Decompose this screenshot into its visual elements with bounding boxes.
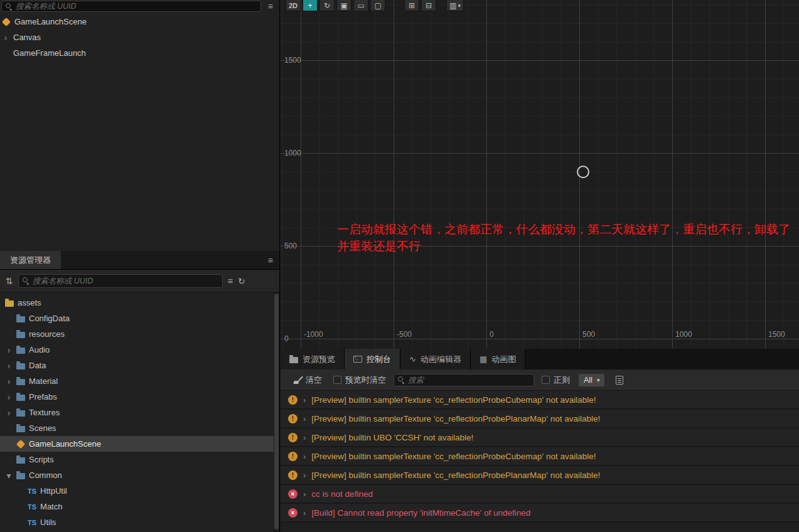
log-entry[interactable]: !›[Preview] builtin samplerTexture 'cc_r… <box>281 447 799 466</box>
chevron-right-icon[interactable]: › <box>303 489 306 499</box>
move-tool-button[interactable]: + <box>303 0 318 11</box>
clear-on-preview-label: 预览时清空 <box>345 375 386 386</box>
hierarchy-search[interactable] <box>1 1 261 12</box>
log-message: [Preview] builtin samplerTexture 'cc_ref… <box>311 471 600 480</box>
left-panel-column: ≡ GameLaunchScene›CanvasGameFrameLaunch … <box>0 0 280 532</box>
asset-item[interactable]: ▾Common <box>0 467 279 483</box>
asset-item[interactable]: ConfigData <box>0 311 279 326</box>
chevron-right-icon[interactable]: › <box>303 414 306 423</box>
chevron-right-icon[interactable]: › <box>303 433 306 442</box>
asset-item[interactable]: Scenes <box>0 420 279 436</box>
hierarchy-item-label: GameLaunchScene <box>14 17 87 26</box>
console-tab-1[interactable]: 资源预览 <box>281 349 345 370</box>
asset-item[interactable]: Scripts <box>0 452 279 467</box>
collapse-tree-icon[interactable]: ⇅ <box>6 276 13 286</box>
rect-tool-button[interactable]: ▭ <box>353 0 368 11</box>
x-axis-tick: 1500 <box>768 330 785 339</box>
2d-mode-button[interactable]: 2D <box>286 0 301 11</box>
list-view-icon[interactable]: ≡ <box>228 276 233 286</box>
folder-icon <box>16 410 25 417</box>
log-message: [Preview] builtin samplerTexture 'cc_ref… <box>311 414 600 423</box>
regex-label: 正则 <box>554 375 570 386</box>
asset-item[interactable]: ›Material <box>0 373 279 389</box>
log-filter-value: All <box>584 376 593 385</box>
asset-item-label: HttpUtil <box>40 486 67 496</box>
chevron-right-icon: › <box>5 346 13 354</box>
assets-scrollbar[interactable] <box>274 292 279 532</box>
console-tab-2[interactable]: 控制台 <box>345 349 400 370</box>
assets-search[interactable] <box>18 274 223 288</box>
console-search-input[interactable] <box>408 376 530 385</box>
log-message: [Preview] builtin samplerTexture 'cc_ref… <box>311 452 596 461</box>
clear-button[interactable]: 清空 <box>293 375 322 386</box>
chevron-right-icon[interactable]: › <box>303 508 306 518</box>
asset-item[interactable]: TSHttpUtil <box>0 483 279 499</box>
asset-item[interactable]: ›Textures <box>0 405 279 420</box>
asset-item-label: Textures <box>29 408 60 417</box>
folder-icon <box>16 348 25 354</box>
asset-item[interactable]: ›Data <box>0 358 279 373</box>
assets-menu-icon[interactable]: ≡ <box>262 251 279 269</box>
stats-button[interactable]: ▥▾ <box>446 0 464 11</box>
terminal-icon <box>353 356 362 363</box>
log-file-icon[interactable] <box>616 376 623 385</box>
typescript-icon: TS <box>28 519 36 526</box>
log-message: [Preview] builtin UBO 'CCSH' not availab… <box>311 433 473 442</box>
refresh-icon[interactable]: ↻ <box>238 276 245 286</box>
assets-panel-tab[interactable]: 资源管理器 <box>0 251 61 269</box>
folder-icon <box>16 363 25 370</box>
regex-checkbox[interactable] <box>542 376 550 384</box>
clear-on-preview-checkbox[interactable] <box>333 376 341 384</box>
chevron-right-icon[interactable]: › <box>303 452 306 461</box>
scale-tool-button[interactable]: ▣ <box>336 0 351 11</box>
hierarchy-item[interactable]: GameFrameLaunch <box>0 45 279 61</box>
search-icon <box>398 376 405 383</box>
gizmo-tool-button[interactable]: ▢ <box>370 0 385 11</box>
rotate-tool-button[interactable]: ↻ <box>319 0 335 11</box>
asset-item[interactable]: assets <box>0 295 279 311</box>
log-filter-select[interactable]: All ▾ <box>579 374 604 386</box>
hierarchy-search-input[interactable] <box>16 2 257 11</box>
assets-toolbar: ⇅ ≡ ↻ <box>0 270 279 292</box>
log-entry[interactable]: !›[Preview] builtin samplerTexture 'cc_r… <box>281 466 799 485</box>
node-gizmo[interactable] <box>577 166 589 178</box>
assets-search-input[interactable] <box>33 277 218 285</box>
log-entry[interactable]: ×›cc is not defined <box>281 485 799 504</box>
log-entry[interactable]: !›[Preview] builtin samplerTexture 'cc_r… <box>281 410 799 428</box>
asset-item-label: resources <box>29 329 65 339</box>
chevron-right-icon[interactable]: › <box>303 395 306 405</box>
asset-item-label: ConfigData <box>29 314 70 323</box>
animation-icon: ∿ <box>409 354 416 364</box>
console-tab-4[interactable]: ▦动画图 <box>471 349 525 370</box>
asset-item[interactable]: TSUtils <box>0 514 279 530</box>
frame-snap-icon[interactable]: ⊟ <box>421 0 436 11</box>
hierarchy-item[interactable]: ›Canvas <box>0 29 279 45</box>
y-axis-tick: 1500 <box>284 56 301 65</box>
log-entry[interactable]: !›[Preview] builtin UBO 'CCSH' not avail… <box>281 428 799 447</box>
asset-item[interactable]: resources <box>0 326 279 342</box>
console-search[interactable] <box>394 374 534 386</box>
log-entry[interactable]: !›[Preview] builtin samplerTexture 'cc_r… <box>281 391 799 410</box>
asset-item[interactable]: ›Prefabs <box>0 389 279 405</box>
grid-snap-icon[interactable]: ⊞ <box>404 0 419 11</box>
asset-item-label: GameLaunchScene <box>29 439 101 449</box>
chevron-right-icon[interactable]: › <box>303 471 306 480</box>
chevron-right-icon: › <box>5 362 13 370</box>
asset-item[interactable]: ›Audio <box>0 342 279 358</box>
folder-icon <box>16 332 25 338</box>
assets-panel-header: 资源管理器 ≡ <box>0 251 279 270</box>
asset-item[interactable]: TSMatch <box>0 499 279 514</box>
scene-viewport[interactable]: 2D+↻▣▭▢⊞⊟▥▾ 一启动就报这个错，之前都正常，什么都没动，第二天就这样了… <box>281 0 799 349</box>
hierarchy-menu-icon[interactable]: ≡ <box>265 1 276 11</box>
x-axis-tick: -500 <box>397 330 412 339</box>
hierarchy-item[interactable]: GameLaunchScene <box>0 14 279 29</box>
folder-icon <box>16 395 25 401</box>
assets-panel: 资源管理器 ≡ ⇅ ≡ ↻ assetsConfigDataresources›… <box>0 251 279 532</box>
asset-item-label: Scripts <box>29 455 54 464</box>
asset-item[interactable]: GameLaunchScene <box>0 436 279 452</box>
console-tab-3[interactable]: ∿动画编辑器 <box>400 349 471 370</box>
scrollbar-thumb[interactable] <box>274 294 279 529</box>
asset-item-label: Utils <box>40 518 56 527</box>
clear-icon <box>293 376 302 385</box>
log-entry[interactable]: ×›[Build] Cannot read property 'initMtim… <box>281 504 799 523</box>
